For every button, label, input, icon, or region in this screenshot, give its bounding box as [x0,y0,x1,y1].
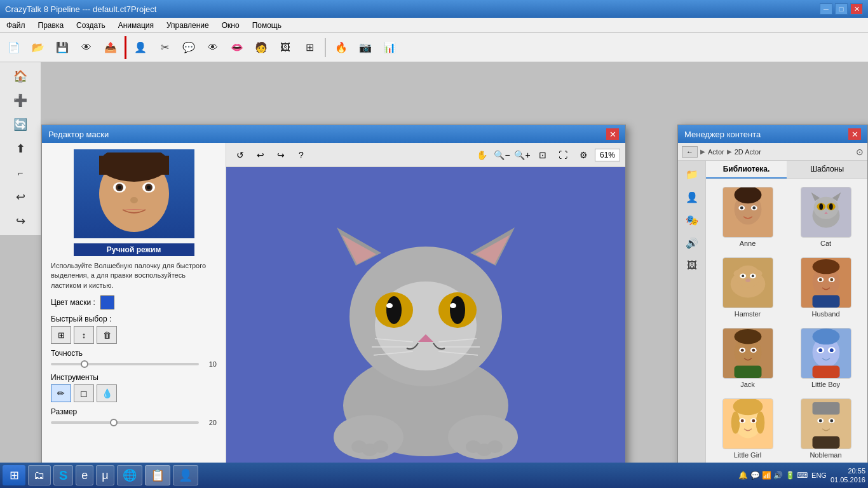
flame-button[interactable]: 🔥 [330,36,353,59]
auto-button[interactable]: 📊 [378,36,401,59]
list-item[interactable]: Little Boy [789,325,862,391]
taskbar-app2[interactable]: 👤 [173,465,198,485]
list-item[interactable]: Hamster [711,255,784,320]
menu-file[interactable]: Файл [0,20,32,31]
settings-icon[interactable]: ⚙ [574,147,592,163]
qs-button-1[interactable]: ⊞ [51,326,71,344]
breadcrumb-back[interactable]: ← [682,146,698,158]
taskbar-ie[interactable]: e [76,465,93,485]
menu-create[interactable]: Создать [70,20,112,31]
mask-editor-modal: Редактор маски ✕ [41,125,626,488]
breadcrumb-actor[interactable]: Actor [708,148,724,156]
minimize-button[interactable]: ─ [820,3,832,15]
nobleman-thumbnail [801,398,851,449]
face-button[interactable]: 🧑 [250,36,273,59]
menu-animation[interactable]: Анимация [112,20,160,31]
list-item[interactable]: Husband [789,255,862,320]
qs-button-2[interactable]: ↕ [74,326,94,344]
menu-control[interactable]: Управление [160,20,215,31]
size-slider-thumb[interactable] [110,419,118,426]
grid-button[interactable]: ⊞ [298,36,321,59]
save-button[interactable]: 💾 [51,36,74,59]
redo-button[interactable]: ↪ [6,210,34,233]
svg-rect-81 [734,366,761,379]
accuracy-slider[interactable] [51,363,199,365]
fullscreen-icon[interactable]: ⛶ [554,147,572,163]
tab-library[interactable]: Библиотека. [706,161,787,179]
svg-point-41 [734,187,761,203]
zoom-fit-icon[interactable]: ⊡ [534,147,552,163]
pan-icon[interactable]: ✋ [473,147,491,163]
taskbar-explorer[interactable]: 🗂 [28,465,51,485]
taskbar-app1[interactable]: 📋 [145,465,170,485]
zoom-in-icon[interactable]: 🔍+ [513,147,531,163]
tab-templates[interactable]: Шаблоны [787,161,867,179]
new-button[interactable]: 📄 [3,36,25,59]
cm-speaker-icon[interactable]: 🔊 [681,232,703,254]
cm-image-icon[interactable]: 🖼 [681,255,703,276]
taskbar-tray-icons: 🔔 💬 📶 🔊 🔋 ⌨ [738,471,808,480]
undo-button[interactable]: ↩ [6,186,34,208]
list-item[interactable]: Little Girl [711,396,784,461]
content-manager-close[interactable]: ✕ [848,128,861,140]
export-button[interactable]: 📤 [99,36,122,59]
open-button[interactable]: 📂 [27,36,50,59]
speech-button[interactable]: 💬 [177,36,200,59]
cm-folder-icon[interactable]: 📁 [681,163,703,185]
list-item[interactable]: Nobleman [789,396,862,461]
color-picker[interactable] [100,295,114,309]
person-button[interactable]: 👤 [129,36,152,59]
rotate-button[interactable]: 🔄 [6,113,34,136]
cm-person-icon[interactable]: 👤 [681,186,703,208]
list-item[interactable]: Cat [789,184,862,250]
zoom-out-icon[interactable]: 🔍− [493,147,511,163]
taskbar-utorrent[interactable]: μ [96,465,114,485]
menu-help[interactable]: Помощь [246,20,288,31]
image-button[interactable]: 🖼 [274,36,297,59]
taskbar-chrome[interactable]: 🌐 [117,465,142,485]
close-button[interactable]: ✕ [850,3,863,15]
camera-button[interactable]: 📷 [354,36,377,59]
undo-icon[interactable]: ↩ [252,147,269,163]
nobleman-label: Nobleman [810,451,841,459]
hamster-label: Hamster [735,310,761,318]
accuracy-slider-thumb[interactable] [81,360,88,368]
corner-button[interactable]: ⌐ [6,161,34,184]
hamster-thumbnail [722,257,773,308]
size-slider[interactable] [51,421,199,424]
menu-window[interactable]: Окно [215,20,246,31]
refresh-icon[interactable]: ↺ [231,147,249,163]
face-svg [83,152,185,235]
breadcrumb-2d-actor[interactable]: 2D Actor [735,148,761,156]
mouth-button[interactable]: 👄 [226,36,248,59]
cm-costume-icon[interactable]: 🎭 [681,209,703,231]
modal-close-button[interactable]: ✕ [606,128,619,140]
menu-edit[interactable]: Правка [32,20,71,31]
qs-button-3[interactable]: 🗑 [97,326,117,344]
eraser-tool[interactable]: ◻ [74,384,94,402]
svg-point-79 [740,349,743,352]
breadcrumb: ← ▶ Actor ▶ 2D Actor ⊙ [678,143,867,161]
list-item[interactable]: Anne [711,184,784,250]
menu-bar: Файл Правка Создать Анимация Управление … [0,18,868,33]
brush-tool[interactable]: ✏ [51,384,71,402]
redo-icon[interactable]: ↪ [272,147,290,163]
view-button[interactable]: 👁 [75,36,98,59]
jack-svg [723,328,773,379]
help-icon[interactable]: ? [292,147,310,163]
fill-tool[interactable]: 💧 [97,384,117,402]
list-item[interactable]: Jack [711,325,784,391]
home-button[interactable]: 🏠 [6,65,34,88]
start-button[interactable]: ⊞ [3,465,25,485]
add-button[interactable]: ➕ [6,89,34,112]
modal-canvas-toolbar: ↺ ↩ ↪ ? ✋ 🔍− 🔍+ ⊡ ⛶ ⚙ 61% [226,143,625,167]
window-controls: ─ □ ✕ [820,3,863,15]
tool1-button[interactable]: ✂ [153,36,176,59]
maximize-button[interactable]: □ [835,3,848,15]
svg-point-21 [450,296,465,324]
expand-icon[interactable]: ⊙ [856,147,864,157]
taskbar-skype[interactable]: S [53,465,73,485]
eye-button[interactable]: 👁 [201,36,224,59]
modal-canvas[interactable] [226,167,625,485]
upload-button[interactable]: ⬆ [6,137,34,160]
